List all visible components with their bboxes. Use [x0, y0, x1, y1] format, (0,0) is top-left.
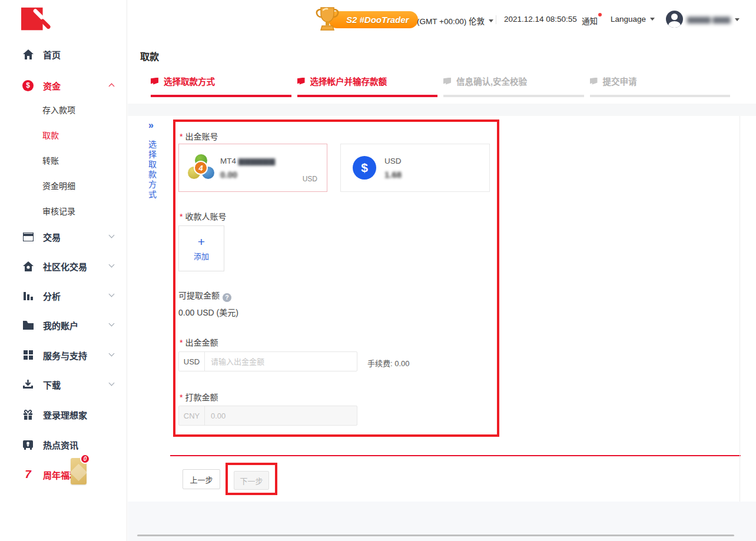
- sidebar-item-funds[interactable]: $ 资金: [22, 78, 118, 93]
- page-title: 取款: [140, 49, 159, 63]
- sidebar-item-label: 分析: [43, 290, 61, 302]
- side-tab-choose-method[interactable]: 选择取款方式: [146, 140, 158, 200]
- sidebar-item-fund-details[interactable]: 资金明细: [42, 178, 118, 193]
- community-house-icon: [22, 261, 34, 272]
- sidebar-item-review-records[interactable]: 审核记录: [42, 203, 118, 218]
- sidebar-item-label: 热点资讯: [43, 439, 78, 451]
- language-selector[interactable]: Language: [611, 15, 655, 24]
- chevron-down-icon: [109, 262, 115, 268]
- chevron-down-icon: [109, 291, 115, 297]
- withdraw-amount-group: USD: [178, 351, 357, 371]
- sidebar-item-community-trading[interactable]: 社区化交易: [22, 258, 118, 274]
- header-divider: [496, 15, 496, 24]
- chevron-down-icon: [109, 233, 115, 238]
- mt4-account-card[interactable]: 4 MT4 ▆▆▆▆▆▆ 0.00 USD: [178, 144, 327, 192]
- sidebar-item-label: 首页: [43, 48, 61, 61]
- notifications-link[interactable]: 通知: [582, 15, 598, 26]
- step-submit: 提交申请: [590, 75, 731, 97]
- account-menu-chevron-icon[interactable]: [735, 18, 740, 21]
- step-choose-account: 选择帐户并输存款额: [297, 75, 438, 97]
- server-datetime: 2021.12.14 08:50:55: [504, 15, 577, 24]
- vertical-scrollbar[interactable]: [740, 116, 740, 502]
- flag-icon: [297, 78, 305, 85]
- timezone-selector[interactable]: (GMT +00:00) 伦敦: [417, 15, 493, 26]
- doo-prime-logo[interactable]: [21, 5, 51, 36]
- help-icon[interactable]: ?: [223, 293, 231, 302]
- sidebar-item-label: 存入款项: [42, 104, 75, 115]
- divider-annotation: [170, 455, 741, 456]
- sidebar-item-label: 社区化交易: [43, 260, 87, 273]
- sidebar-item-hot-news[interactable]: 热点资讯: [22, 437, 118, 452]
- sidebar-item-withdraw[interactable]: 取款: [42, 127, 118, 142]
- sidebar: 首页 $ 资金 存入款项 取款 转账 资金明细 审核记录 交易: [0, 0, 127, 541]
- sidebar-item-my-account[interactable]: 我的账户: [22, 317, 118, 333]
- chevron-down-icon: [650, 18, 655, 21]
- sidebar-item-label: 审核记录: [42, 205, 75, 217]
- withdraw-account-label: *出金账号: [180, 130, 218, 142]
- section-gap: [128, 104, 756, 116]
- sidebar-item-label: 登录理想家: [43, 409, 87, 421]
- sidebar-item-label: 服务与支持: [43, 349, 87, 361]
- usd-wallet-card[interactable]: $ USD 1.68: [340, 144, 490, 192]
- sidebar-item-services-support[interactable]: 服务与支持: [22, 347, 118, 363]
- notification-dot: [598, 13, 602, 16]
- wallet-balance-masked: 1.68: [384, 170, 402, 180]
- sidebar-item-label: 资金明细: [42, 180, 75, 191]
- bar-chart-icon: [22, 290, 34, 301]
- next-step-button[interactable]: 下一步: [234, 471, 269, 490]
- season-badge[interactable]: S2 #DooTrader: [329, 11, 418, 28]
- mt4-logo-icon: 4: [187, 154, 214, 181]
- account-type: MT4: [220, 157, 236, 165]
- withdraw-amount-input[interactable]: [205, 352, 357, 371]
- add-label: 添加: [194, 250, 209, 261]
- horizontal-scrollbar[interactable]: [137, 535, 734, 536]
- chevron-down-icon: [109, 351, 115, 357]
- flag-icon: [590, 78, 598, 85]
- collapse-panel-icon[interactable]: »: [148, 120, 154, 131]
- account-number-masked: ▆▆▆▆▆▆: [238, 157, 275, 165]
- news-pin-icon: [22, 439, 34, 450]
- currency-prefix: USD: [179, 352, 205, 371]
- chevron-down-icon: [489, 19, 493, 22]
- sidebar-item-home[interactable]: 首页: [22, 47, 118, 62]
- step-label: 选择取款方式: [164, 75, 215, 87]
- step-confirm-info: 信息确认,安全校验: [443, 75, 584, 97]
- flag-icon: [443, 78, 451, 85]
- avatar[interactable]: [666, 11, 683, 28]
- add-payee-button[interactable]: + 添加: [178, 225, 224, 271]
- grid-icon: [22, 350, 34, 361]
- home-icon: [22, 49, 34, 60]
- available-amount-value: 0.00 USD (美元): [178, 306, 238, 318]
- sidebar-item-analysis[interactable]: 分析: [22, 288, 118, 303]
- sidebar-item-deposit[interactable]: 存入款项: [42, 102, 118, 117]
- chevron-down-icon: [109, 321, 115, 327]
- notifications-label: 通知: [582, 15, 598, 26]
- payout-amount-group: CNY: [178, 406, 357, 426]
- currency-prefix: CNY: [179, 406, 205, 425]
- account-balance-masked: 0.00: [220, 170, 275, 180]
- payout-amount-input: [205, 406, 357, 425]
- chevron-up-icon: [109, 84, 115, 89]
- sidebar-item-download[interactable]: 下载: [22, 377, 118, 392]
- sidebar-item-label: 下载: [43, 379, 61, 391]
- prev-step-button[interactable]: 上一步: [183, 469, 220, 489]
- withdraw-amount-label: *出金金额: [180, 336, 218, 348]
- sidebar-item-lixiangjia[interactable]: 登录理想家: [22, 407, 118, 422]
- step-label: 选择帐户并输存款额: [310, 75, 387, 87]
- available-amount-label: 可提取金额?: [178, 289, 231, 302]
- sidebar-item-trading[interactable]: 交易: [22, 229, 118, 244]
- sidebar-item-transfer[interactable]: 转账: [42, 152, 118, 168]
- plus-icon: +: [198, 236, 205, 248]
- flag-icon: [151, 78, 158, 85]
- dollar-circle-icon: $: [22, 80, 34, 91]
- step-label: 信息确认,安全校验: [456, 75, 527, 87]
- trophy-icon: [315, 6, 340, 36]
- sidebar-item-label: 交易: [43, 231, 61, 243]
- usd-wallet-icon: $: [353, 156, 376, 180]
- seven-icon: 7: [22, 469, 34, 480]
- anniversary-badge: 0: [80, 454, 90, 464]
- payout-amount-label: *打款金额: [180, 391, 218, 403]
- gift-icon: [22, 409, 34, 420]
- sidebar-item-label: 资金: [43, 79, 61, 92]
- fee-text: 手续费: 0.00: [367, 357, 410, 369]
